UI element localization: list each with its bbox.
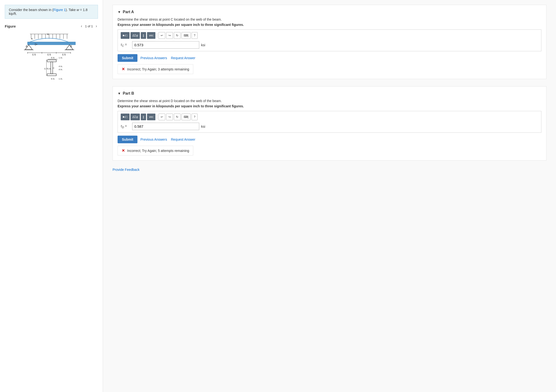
part-b-description: Determine the shear stress at point D lo… (118, 99, 541, 103)
part-a-description: Determine the shear stress at point C lo… (118, 17, 541, 21)
part-a-incorrect-icon: ✕ (122, 67, 125, 71)
part-b-toolbar-parallel-btn[interactable]: ‖ (141, 114, 146, 120)
part-a-header: ▼ Part A (118, 10, 541, 14)
problem-statement: Consider the beam shown in (Figure 1). T… (5, 5, 98, 19)
svg-rect-35 (47, 60, 56, 62)
svg-text:1 in.: 1 in. (59, 78, 63, 80)
part-b-instruction: Express your answer in kilopounds per sq… (118, 104, 541, 108)
svg-text:0.75 in.: 0.75 in. (44, 68, 52, 70)
figure-nav: ‹ 1 of 1 › (80, 24, 98, 29)
part-b-header: ▼ Part B (118, 91, 541, 96)
part-a-toolbar-refresh-btn[interactable]: ↻ (174, 32, 181, 39)
part-a-toolbar-symbol-btn[interactable]: ■√□ (121, 32, 130, 39)
part-a-instruction: Express your answer in kilopounds per sq… (118, 23, 541, 27)
part-a-request-answer-link[interactable]: Request Answer (171, 56, 195, 60)
svg-text:4 in.: 4 in. (59, 68, 63, 71)
part-b-toolbar-symbol-btn[interactable]: ■√□ (121, 114, 130, 120)
part-b-toolbar-sep (157, 115, 157, 119)
part-b-unit: ksi (201, 125, 205, 128)
figure-header: Figure ‹ 1 of 1 › (5, 24, 98, 29)
part-a-toolbar-help-btn[interactable]: ? (192, 32, 198, 39)
part-a-answer-box: ■√□ ΔΣφ ‖ vec ↩ ↪ ↻ ⌨| ? τC = ksi (118, 30, 541, 51)
part-b-input-row: τD = ksi (121, 123, 538, 130)
part-a-input-label: τC = (121, 43, 130, 47)
part-a-section: ▼ Part A Determine the shear stress at p… (113, 5, 546, 79)
part-a-toolbar-parallel-btn[interactable]: ‖ (141, 32, 146, 39)
part-b-input[interactable] (132, 123, 199, 130)
part-a-toolbar-keyboard-btn[interactable]: ⌨| (182, 32, 191, 39)
left-panel: Consider the beam shown in (Figure 1). T… (0, 0, 103, 392)
svg-text:6 in.: 6 in. (51, 56, 55, 59)
part-b-feedback-box: ✕ Incorrect; Try Again; 5 attempts remai… (118, 146, 193, 156)
figure-page: 1 of 1 (85, 24, 93, 28)
svg-text:C: C (53, 67, 54, 69)
figure-title: Figure (5, 24, 16, 28)
svg-text:1 in.: 1 in. (59, 56, 63, 59)
prev-figure-button[interactable]: ‹ (80, 24, 83, 29)
part-b-toolbar-refresh-btn[interactable]: ↻ (174, 114, 181, 120)
part-b-toolbar-help-btn[interactable]: ? (192, 114, 198, 120)
part-b-collapse-arrow[interactable]: ▼ (118, 92, 121, 95)
part-a-feedback-text: Incorrect; Try Again; 3 attempts remaini… (127, 67, 189, 71)
part-a-title: Part A (123, 10, 134, 14)
part-b-answer-box: ■√□ ΔΣφ ‖ vec ↩ ↪ ↻ ⌨| ? τD = ksi (118, 111, 541, 133)
part-a-toolbar: ■√□ ΔΣφ ‖ vec ↩ ↪ ↻ ⌨| ? (121, 32, 538, 39)
part-a-prev-answers-link[interactable]: Previous Answers (140, 56, 167, 60)
part-b-request-answer-link[interactable]: Request Answer (171, 138, 195, 141)
part-a-submit-button[interactable]: Submit (118, 54, 138, 62)
part-a-toolbar-vec-btn[interactable]: vec (147, 32, 155, 39)
part-b-submit-button[interactable]: Submit (118, 136, 138, 143)
part-a-toolbar-greek-btn[interactable]: ΔΣφ (131, 32, 140, 39)
svg-text:6 in.: 6 in. (51, 78, 55, 80)
svg-text:4 in.: 4 in. (59, 65, 63, 68)
part-b-toolbar-undo-btn[interactable]: ↩ (159, 114, 165, 120)
part-b-toolbar-vec-btn[interactable]: vec (147, 114, 155, 120)
part-a-feedback-box: ✕ Incorrect; Try Again; 3 attempts remai… (118, 64, 193, 74)
svg-marker-20 (66, 45, 73, 50)
part-b-input-label: τD = (121, 124, 130, 129)
part-a-collapse-arrow[interactable]: ▼ (118, 10, 121, 14)
part-a-action-row: Submit Previous Answers Request Answer (118, 54, 541, 62)
part-b-incorrect-icon: ✕ (122, 148, 125, 153)
part-b-prev-answers-link[interactable]: Previous Answers (140, 138, 167, 141)
svg-rect-37 (47, 74, 56, 76)
part-a-input-row: τC = ksi (121, 41, 538, 49)
svg-text:6 ft: 6 ft (32, 54, 36, 56)
right-panel: ▼ Part A Determine the shear stress at p… (103, 0, 556, 392)
part-b-toolbar-redo-btn[interactable]: ↪ (166, 114, 173, 120)
figure-image: w (5, 32, 98, 101)
part-a-input[interactable] (132, 41, 199, 49)
svg-text:6 ft: 6 ft (47, 54, 51, 56)
part-b-section: ▼ Part B Determine the shear stress at p… (113, 86, 546, 161)
part-b-toolbar: ■√□ ΔΣφ ‖ vec ↩ ↪ ↻ ⌨| ? (121, 114, 538, 120)
part-b-toolbar-keyboard-btn[interactable]: ⌨| (182, 114, 191, 120)
part-a-toolbar-undo-btn[interactable]: ↩ (159, 32, 165, 39)
part-a-toolbar-sep (157, 33, 157, 38)
figure-link[interactable]: Figure 1 (54, 8, 66, 12)
part-b-feedback-text: Incorrect; Try Again; 5 attempts remaini… (127, 149, 189, 153)
svg-text:A: A (26, 45, 28, 48)
problem-text: Consider the beam shown in (Figure 1). T… (9, 8, 88, 16)
svg-text:6 ft: 6 ft (62, 54, 66, 56)
part-b-toolbar-greek-btn[interactable]: ΔΣφ (131, 114, 140, 120)
part-a-unit: ksi (201, 43, 205, 47)
provide-feedback-link[interactable]: Provide Feedback (113, 168, 546, 172)
part-a-toolbar-redo-btn[interactable]: ↪ (166, 32, 173, 39)
svg-text:D•: D• (35, 43, 37, 46)
next-figure-button[interactable]: › (95, 24, 98, 29)
figure-section: Figure ‹ 1 of 1 › w (5, 24, 98, 101)
part-b-action-row: Submit Previous Answers Request Answer (118, 136, 541, 143)
part-b-title: Part B (123, 91, 134, 96)
